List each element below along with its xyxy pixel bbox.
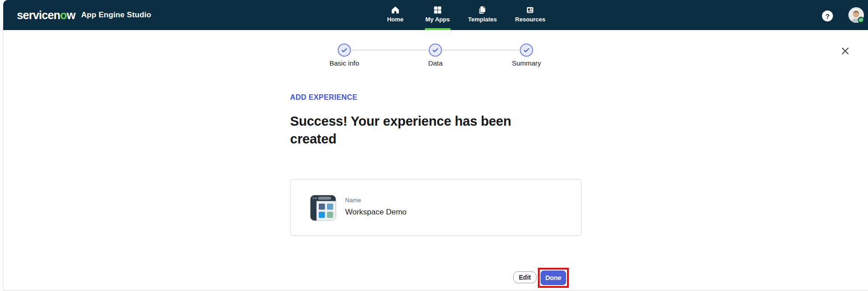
servicenow-wordmark: servicenow (17, 9, 75, 22)
status-badge (858, 17, 864, 23)
step-basic-info-check-icon[interactable] (337, 43, 351, 57)
nav-tab-resources[interactable]: Resources (515, 0, 545, 30)
app-title: App Engine Studio (81, 10, 151, 20)
nav-label: My Apps (425, 16, 450, 23)
help-icon[interactable]: ? (822, 10, 833, 21)
modal-left-edge (3, 26, 3, 290)
templates-copy-icon (478, 5, 487, 15)
user-avatar[interactable] (848, 7, 864, 23)
step-data-check-icon[interactable] (429, 43, 442, 57)
success-heading: Success! Your experience has been create… (290, 112, 547, 148)
nav-underline (517, 28, 543, 30)
nav-tab-templates[interactable]: Templates (468, 0, 497, 30)
nav-label: Home (387, 16, 403, 23)
my-apps-grid-icon (433, 5, 442, 15)
nav-active-underline (425, 28, 450, 30)
wizard-eyebrow: ADD EXPERIENCE (290, 93, 357, 102)
main-nav: Home My Apps Templates (383, 0, 546, 30)
workspace-app-icon (310, 195, 336, 221)
name-field-value: Workspace Demo (345, 208, 407, 217)
stepper-connector (352, 50, 428, 51)
resources-news-icon (526, 5, 535, 15)
stepper-connector (443, 50, 519, 51)
servicenow-logo[interactable]: servicenow App Engine Studio (17, 0, 151, 30)
step-summary-check-icon[interactable] (520, 43, 533, 57)
nav-label: Resources (515, 16, 545, 23)
nav-tab-home[interactable]: Home (383, 0, 407, 30)
step-label-data: Data (403, 59, 467, 67)
experience-summary-card: Name Workspace Demo (290, 179, 582, 236)
nav-tab-my-apps[interactable]: My Apps (425, 0, 450, 30)
name-field-label: Name (345, 197, 361, 204)
app-engine-studio-page: servicenow App Engine Studio Home My App… (0, 0, 868, 291)
red-annotation-box: Done (538, 268, 569, 288)
step-label-basic-info: Basic info (312, 59, 376, 67)
logo-green-o: o (60, 9, 66, 21)
top-navigation-bar: servicenow App Engine Studio Home My App… (3, 0, 868, 30)
nav-underline (383, 28, 408, 30)
nav-label: Templates (468, 16, 497, 23)
edit-button[interactable]: Edit (513, 271, 536, 283)
close-icon[interactable] (840, 46, 850, 56)
step-label-summary: Summary (495, 59, 558, 67)
modal-bottom-edge (3, 290, 868, 291)
done-button[interactable]: Done (541, 271, 566, 285)
home-icon (391, 5, 400, 15)
nav-underline (470, 28, 495, 30)
